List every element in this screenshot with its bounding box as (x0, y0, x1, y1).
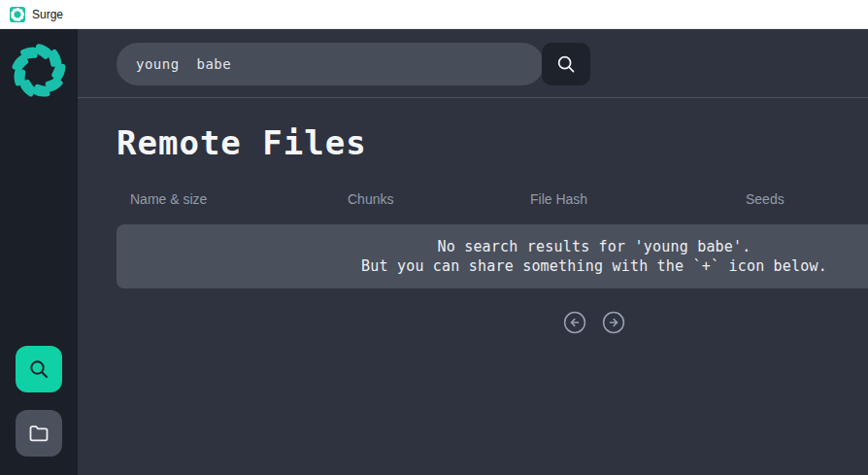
sidebar-item-remote-search[interactable] (16, 346, 62, 392)
column-header-name-size: Name & size (130, 191, 348, 207)
folder-icon (27, 422, 50, 445)
arrow-right-circle-icon (602, 311, 625, 334)
pagination (117, 311, 868, 334)
empty-results-line1: No search results for 'young babe'. (437, 238, 751, 256)
search-bar (117, 43, 868, 85)
window-titlebar: Surge (0, 0, 868, 29)
search-button[interactable] (542, 43, 590, 85)
previous-page-button[interactable] (563, 311, 586, 334)
search-icon (27, 357, 50, 381)
window-title: Surge (32, 8, 63, 21)
column-header-chunks: Chunks (348, 191, 530, 207)
empty-results-line2: But you can share something with the `+`… (361, 257, 827, 276)
surge-logo-icon (10, 7, 25, 22)
remote-files-content: Name & size Chunks File Hash Seeds No se… (117, 191, 868, 334)
results-table-header: Name & size Chunks File Hash Seeds (117, 191, 868, 207)
next-page-button[interactable] (602, 311, 625, 334)
surge-vortex-logo (8, 40, 70, 102)
header-divider (78, 97, 868, 98)
sidebar-item-local-files[interactable] (16, 410, 62, 457)
search-input[interactable] (117, 43, 544, 85)
sidebar (0, 29, 78, 475)
column-header-file-hash: File Hash (530, 191, 746, 207)
main-panel: Remote Files Name & size Chunks File Has… (78, 29, 868, 475)
column-header-seeds: Seeds (746, 191, 868, 207)
app-frame: Remote Files Name & size Chunks File Has… (0, 29, 868, 475)
empty-results-message: No search results for 'young babe'. But … (117, 224, 868, 288)
page-title: Remote Files (117, 123, 868, 162)
search-icon (555, 53, 577, 75)
arrow-left-circle-icon (563, 311, 586, 334)
